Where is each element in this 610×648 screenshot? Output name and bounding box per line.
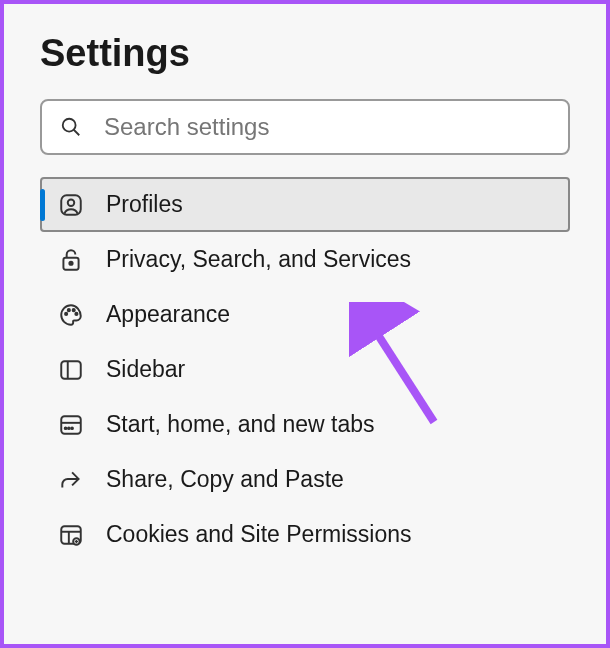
svg-point-15 [68, 427, 70, 429]
svg-point-16 [71, 427, 73, 429]
nav-item-profiles[interactable]: Profiles [40, 177, 570, 232]
nav-item-label: Profiles [106, 191, 183, 218]
nav-item-appearance[interactable]: Appearance [40, 287, 570, 342]
nav-item-label: Cookies and Site Permissions [106, 521, 412, 548]
nav-item-label: Sidebar [106, 356, 185, 383]
search-input[interactable] [104, 113, 550, 141]
page-title: Settings [40, 32, 570, 75]
svg-point-8 [73, 309, 75, 311]
nav-item-start[interactable]: Start, home, and new tabs [40, 397, 570, 452]
svg-point-14 [65, 427, 67, 429]
nav-item-label: Privacy, Search, and Services [106, 246, 411, 273]
share-icon [58, 467, 84, 493]
nav-item-label: Share, Copy and Paste [106, 466, 344, 493]
nav-item-share[interactable]: Share, Copy and Paste [40, 452, 570, 507]
sidebar-icon [58, 357, 84, 383]
svg-rect-10 [61, 361, 81, 378]
nav-item-cookies[interactable]: Cookies and Site Permissions [40, 507, 570, 562]
nav-item-label: Start, home, and new tabs [106, 411, 375, 438]
svg-point-7 [68, 309, 70, 311]
profile-icon [58, 192, 84, 218]
nav-item-privacy[interactable]: Privacy, Search, and Services [40, 232, 570, 287]
search-box[interactable] [40, 99, 570, 155]
search-icon [60, 116, 82, 138]
tabs-icon [58, 412, 84, 438]
svg-point-6 [65, 312, 67, 314]
lock-icon [58, 247, 84, 273]
svg-rect-2 [61, 195, 81, 215]
settings-nav: Profiles Privacy, Search, and Services [40, 177, 570, 562]
svg-point-5 [69, 261, 72, 264]
svg-point-9 [75, 312, 77, 314]
cookies-icon [58, 522, 84, 548]
svg-point-0 [63, 119, 76, 132]
nav-item-label: Appearance [106, 301, 230, 328]
nav-item-sidebar[interactable]: Sidebar [40, 342, 570, 397]
svg-line-1 [74, 130, 80, 136]
svg-rect-12 [61, 416, 81, 433]
svg-point-3 [68, 199, 75, 206]
palette-icon [58, 302, 84, 328]
